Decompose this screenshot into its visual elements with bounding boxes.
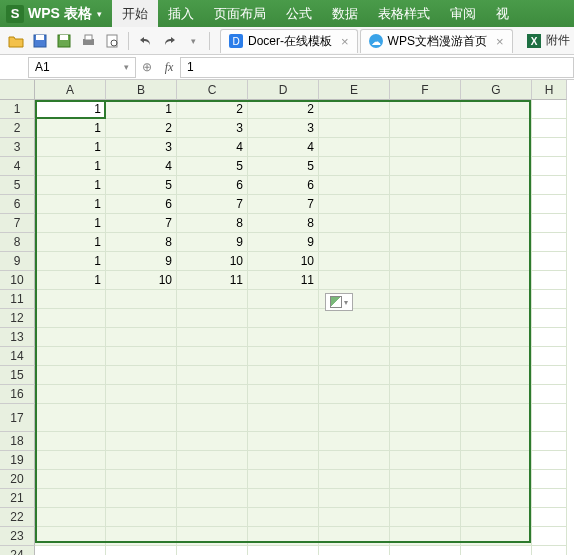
cell[interactable]: 8 — [248, 214, 319, 233]
close-icon[interactable]: × — [496, 34, 504, 49]
cell[interactable] — [461, 119, 532, 138]
cell[interactable] — [106, 366, 177, 385]
cell[interactable] — [532, 157, 567, 176]
row-header[interactable]: 16 — [0, 385, 35, 404]
cell[interactable] — [461, 508, 532, 527]
cell[interactable]: 10 — [106, 271, 177, 290]
cell[interactable] — [461, 366, 532, 385]
cell[interactable] — [319, 404, 390, 432]
cell[interactable] — [390, 119, 461, 138]
cell[interactable] — [177, 546, 248, 555]
cell[interactable] — [35, 470, 106, 489]
cell[interactable] — [461, 195, 532, 214]
cell[interactable] — [390, 328, 461, 347]
cell[interactable]: 1 — [35, 214, 106, 233]
cell[interactable] — [390, 347, 461, 366]
cell[interactable]: 5 — [248, 157, 319, 176]
menu-item-1[interactable]: 插入 — [158, 0, 204, 27]
cell[interactable] — [461, 157, 532, 176]
cell[interactable] — [177, 290, 248, 309]
cell[interactable] — [390, 527, 461, 546]
cell[interactable] — [532, 214, 567, 233]
cell[interactable] — [106, 432, 177, 451]
cell[interactable] — [319, 328, 390, 347]
undo-icon[interactable] — [135, 31, 155, 51]
cell[interactable] — [248, 451, 319, 470]
cell[interactable] — [461, 290, 532, 309]
cell[interactable] — [461, 347, 532, 366]
cell[interactable] — [177, 385, 248, 404]
cell[interactable]: 1 — [35, 252, 106, 271]
cell[interactable] — [248, 309, 319, 328]
cell[interactable] — [461, 546, 532, 555]
cell[interactable]: 2 — [177, 100, 248, 119]
cell[interactable] — [532, 233, 567, 252]
cell[interactable] — [248, 328, 319, 347]
zoom-icon[interactable]: ⊕ — [136, 60, 158, 74]
row-header[interactable]: 4 — [0, 157, 35, 176]
cell[interactable]: 2 — [248, 100, 319, 119]
cell[interactable] — [106, 309, 177, 328]
cell[interactable] — [177, 328, 248, 347]
cell[interactable] — [35, 309, 106, 328]
cell[interactable] — [532, 119, 567, 138]
cell[interactable] — [319, 432, 390, 451]
cell[interactable]: 1 — [35, 119, 106, 138]
row-header[interactable]: 19 — [0, 451, 35, 470]
row-header[interactable]: 10 — [0, 271, 35, 290]
cell[interactable] — [319, 309, 390, 328]
cell[interactable] — [532, 271, 567, 290]
cell[interactable]: 1 — [35, 271, 106, 290]
cell[interactable] — [319, 100, 390, 119]
column-header[interactable]: G — [461, 80, 532, 100]
cell[interactable]: 6 — [106, 195, 177, 214]
cell[interactable] — [248, 385, 319, 404]
row-header[interactable]: 6 — [0, 195, 35, 214]
cell[interactable] — [248, 470, 319, 489]
cell[interactable] — [106, 508, 177, 527]
column-header[interactable]: C — [177, 80, 248, 100]
cell[interactable] — [390, 366, 461, 385]
cell[interactable] — [461, 385, 532, 404]
column-header[interactable]: A — [35, 80, 106, 100]
cell[interactable] — [532, 347, 567, 366]
cell[interactable] — [390, 451, 461, 470]
cell[interactable] — [319, 347, 390, 366]
app-dropdown-icon[interactable]: ▾ — [97, 9, 102, 19]
cell[interactable] — [319, 138, 390, 157]
cell[interactable] — [390, 138, 461, 157]
row-header[interactable]: 15 — [0, 366, 35, 385]
menu-item-5[interactable]: 表格样式 — [368, 0, 440, 27]
cell[interactable] — [390, 432, 461, 451]
cell[interactable] — [177, 347, 248, 366]
row-header[interactable]: 18 — [0, 432, 35, 451]
cell[interactable]: 11 — [177, 271, 248, 290]
cell[interactable] — [248, 432, 319, 451]
cell[interactable] — [248, 508, 319, 527]
cell[interactable] — [177, 404, 248, 432]
row-header[interactable]: 12 — [0, 309, 35, 328]
cell[interactable] — [390, 404, 461, 432]
row-header[interactable]: 1 — [0, 100, 35, 119]
cell[interactable] — [461, 233, 532, 252]
cell[interactable] — [390, 157, 461, 176]
cell[interactable]: 4 — [106, 157, 177, 176]
row-header[interactable]: 3 — [0, 138, 35, 157]
cell[interactable] — [319, 508, 390, 527]
cell[interactable] — [106, 527, 177, 546]
cell[interactable] — [461, 451, 532, 470]
cell[interactable] — [461, 214, 532, 233]
row-header[interactable]: 24 — [0, 546, 35, 555]
cell[interactable] — [35, 404, 106, 432]
cell[interactable] — [319, 366, 390, 385]
cell[interactable] — [177, 432, 248, 451]
cell[interactable] — [390, 176, 461, 195]
cell[interactable]: 9 — [248, 233, 319, 252]
cell[interactable] — [319, 451, 390, 470]
cell[interactable] — [319, 119, 390, 138]
cell[interactable] — [35, 546, 106, 555]
cell[interactable]: 5 — [177, 157, 248, 176]
cell[interactable] — [35, 290, 106, 309]
cell[interactable] — [390, 309, 461, 328]
cell[interactable] — [177, 451, 248, 470]
